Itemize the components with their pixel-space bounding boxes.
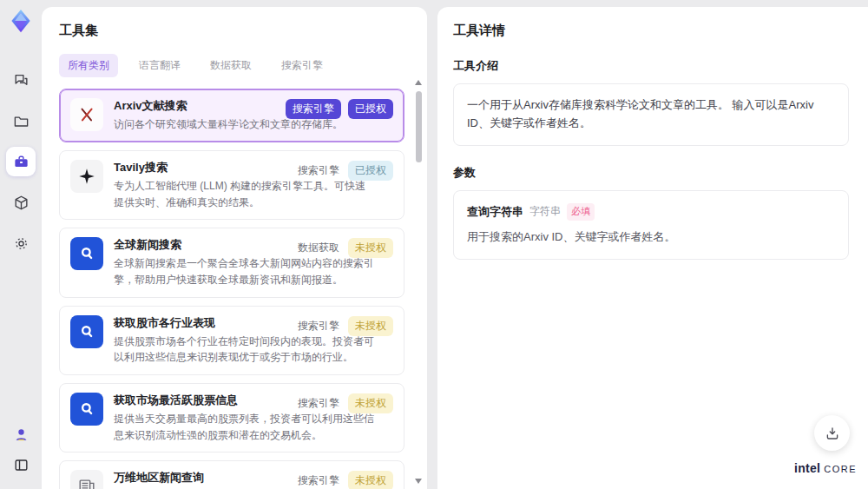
tool-icon [70,237,103,270]
tool-icon [70,393,103,426]
tool-icon [70,160,103,193]
category-badge: 数据获取 [296,238,341,258]
tool-desc: 全球新闻搜索是一个聚合全球各大新闻网站内容的搜索引擎，帮助用户快速获取全球最新资… [114,255,374,287]
tool-desc: 专为人工智能代理 (LLM) 构建的搜索引擎工具。可快速提供实时、准确和真实的结… [114,178,374,210]
scroll-down-icon[interactable] [415,479,422,484]
tool-icon [70,315,103,348]
tool-list: Arxiv文献搜索 访问各个研究领域大量科学论文和文章的存储库。 搜索引擎 已授… [59,89,404,489]
sidebar-item-files[interactable] [6,106,36,135]
intel-word: intel [794,461,820,475]
list-scrollbar[interactable] [414,80,423,484]
tavily-star-icon [77,167,96,186]
param-card: 查询字符串 字符串 必填 用于搜索的Arxiv ID、关键字或作者姓名。 [453,190,849,261]
intel-core-word: CORE [824,464,857,474]
news-search-icon [77,400,96,419]
tools-list-panel: 工具集 所有类别语言翻译数据获取搜索引擎 Arxiv文献搜索 访问各个研究领域大… [42,7,427,489]
tool-card[interactable]: Arxiv文献搜索 访问各个研究领域大量科学论文和文章的存储库。 搜索引擎 已授… [59,89,404,142]
tool-card[interactable]: 万维地区新闻查询 查询具体行政区划内的新闻，快速了解各地新闻动 搜索引擎 未授权 [59,460,404,489]
sidebar-bottom [13,426,30,477]
param-name: 查询字符串 [467,203,523,221]
download-icon [825,426,840,441]
chat-icon [13,72,30,89]
category-badge: 搜索引擎 [296,316,341,336]
category-tabs: 所有类别语言翻译数据获取搜索引擎 [59,54,404,77]
tool-card[interactable]: 获取股市各行业表现 提供股票市场各个行业在特定时间段内的表现。投资者可以利用这些… [59,306,404,375]
tool-details-panel: 工具详情 工具介绍 一个用于从Arxiv存储库搜索科学论文和文章的工具。 输入可… [437,7,868,489]
toolbox-icon [13,154,30,170]
tool-card[interactable]: 获取市场最活跃股票信息 提供当天交易量最高的股票列表，投资者可以利用这些信息来识… [59,383,404,453]
tool-icon [70,470,103,489]
tool-icon [70,98,103,131]
tool-desc: 提供股票市场各个行业在特定时间段内的表现。投资者可以利用这些信息来识别表现优于或… [114,334,374,366]
tool-desc: 提供当天交易量最高的股票列表，投资者可以利用这些信息来识别流动性强的股票和潜在的… [114,411,374,443]
scrollbar-thumb[interactable] [416,91,422,162]
user-avatar-icon[interactable] [13,426,30,446]
sidebar-item-models[interactable] [6,188,36,217]
sidebar-item-settings[interactable] [6,228,36,258]
auth-badge: 未授权 [348,393,393,413]
category-badge: 搜索引擎 [296,393,341,413]
folder-icon [13,113,30,129]
intro-card: 一个用于从Arxiv存储库搜索科学论文和文章的工具。 输入可以是Arxiv ID… [453,83,849,146]
category-badge: 搜索引擎 [296,161,341,181]
category-badge: 搜索引擎 [286,99,341,119]
auth-badge: 未授权 [348,238,393,258]
sidebar-nav [6,65,36,258]
sidebar-item-tools[interactable] [6,147,36,176]
param-type: 字符串 [529,203,561,220]
category-tab[interactable]: 语言翻译 [130,54,189,77]
scroll-up-icon[interactable] [415,80,422,85]
cube-icon [13,195,30,211]
auth-badge: 未授权 [348,316,393,336]
details-title: 工具详情 [453,23,849,39]
tool-card[interactable]: 全球新闻搜索 全球新闻搜索是一个聚合全球各大新闻网站内容的搜索引擎，帮助用户快速… [59,228,404,297]
gear-icon [13,235,30,252]
param-desc: 用于搜索的Arxiv ID、关键字或作者姓名。 [467,228,835,247]
category-tab[interactable]: 所有类别 [59,54,118,77]
category-tab[interactable]: 数据获取 [201,54,260,77]
arxiv-logo-icon [77,105,96,124]
category-badge: 搜索引擎 [296,471,341,489]
download-button[interactable] [814,415,850,451]
param-required-badge: 必填 [567,203,595,221]
news-search-icon [77,244,96,263]
news-search-icon [77,322,96,341]
sidebar [0,0,42,489]
intel-core-logo: intel CORE [794,461,857,475]
intro-heading: 工具介绍 [453,58,849,74]
newspaper-icon [77,477,96,489]
panel-toggle-icon[interactable] [13,457,30,477]
app-logo-icon[interactable] [8,8,34,34]
auth-badge: 未授权 [348,471,393,489]
sidebar-item-chat[interactable] [6,65,36,95]
params-heading: 参数 [453,165,849,181]
auth-badge: 已授权 [348,99,393,119]
tool-card[interactable]: Tavily搜索 专为人工智能代理 (LLM) 构建的搜索引擎工具。可快速提供实… [59,150,404,220]
page-title: 工具集 [59,23,404,39]
category-tab[interactable]: 搜索引擎 [273,54,332,77]
auth-badge: 已授权 [348,161,393,181]
